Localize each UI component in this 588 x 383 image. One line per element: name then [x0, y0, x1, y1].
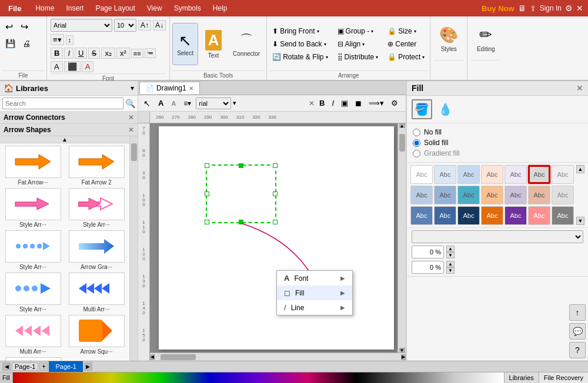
highlight-btn[interactable]: ⬛: [64, 61, 81, 72]
line-ht-btn[interactable]: ≡≡: [131, 49, 143, 58]
handle-br[interactable]: [273, 220, 278, 224]
swatch-3-6[interactable]: Abc: [528, 206, 550, 225]
context-item-fill[interactable]: ◻ Fill ▶: [277, 285, 352, 300]
rotate-flip-btn[interactable]: 🔄 Rotate & Flip ▾: [269, 51, 330, 63]
bold-btn[interactable]: B: [51, 48, 63, 59]
fill-percent-2[interactable]: [412, 261, 444, 274]
drawing-canvas[interactable]: A Font ▶ ◻ Fill ▶ / Line ▶: [150, 123, 406, 352]
shape-item-arrow-square[interactable]: Arrow Squ···: [66, 315, 127, 355]
handle-mr[interactable]: [273, 192, 278, 196]
fill-dropper-icon[interactable]: 💧: [436, 100, 455, 119]
shape-grid-scroll[interactable]: ▲ Fat Arrow···: [0, 136, 138, 361]
swatch-3-5[interactable]: Abc: [505, 206, 527, 225]
solid-fill-option[interactable]: Solid fill: [413, 137, 582, 148]
swatch-3-3[interactable]: Abc: [457, 206, 480, 225]
fmt-close-btn[interactable]: ✕: [309, 99, 315, 107]
shape-item-big-head[interactable]: Big Head ···: [2, 357, 64, 361]
no-fill-radio[interactable]: [413, 129, 420, 136]
swatch-3-2[interactable]: Abc: [434, 206, 456, 225]
tab-close-btn[interactable]: ✕: [189, 85, 193, 92]
fill-percent-1[interactable]: [412, 246, 444, 258]
fmt-font-shrink[interactable]: A: [168, 99, 179, 108]
file-recovery-tab[interactable]: File Recovery: [539, 372, 588, 383]
close-app-icon[interactable]: ✕: [576, 4, 583, 13]
swatch-w1[interactable]: Abc: [410, 165, 433, 184]
search-icon[interactable]: 🔍: [125, 99, 135, 108]
lib-scrollbar[interactable]: [129, 136, 138, 361]
swatch-2-7[interactable]: Abc: [552, 186, 574, 204]
swatch-b1[interactable]: Abc: [434, 165, 456, 184]
tab-drawing1[interactable]: 📄 Drawing1 ✕: [139, 82, 200, 94]
selected-shape[interactable]: [206, 164, 276, 223]
home-icon[interactable]: 🏠: [4, 83, 14, 93]
strikethrough-btn[interactable]: S̶: [88, 48, 100, 59]
distribute-btn[interactable]: ⣿ Distribute ▾: [335, 51, 382, 63]
center-btn[interactable]: ⊕ Center: [385, 38, 427, 50]
shape-item-style-arr3[interactable]: Style Arr···: [2, 273, 64, 313]
redo-btn[interactable]: ↪: [18, 19, 31, 34]
swatch-2-1[interactable]: Abc: [410, 186, 433, 204]
percent-up-1[interactable]: ▲: [446, 246, 455, 252]
fmt-align-btn[interactable]: ≡▾: [181, 98, 194, 109]
gradient-fill-option[interactable]: Gradient fill: [413, 148, 582, 159]
fmt-bold-btn[interactable]: B: [316, 98, 328, 109]
styles-btn[interactable]: 🎨 Styles: [434, 18, 463, 60]
menu-item-home[interactable]: Home: [29, 2, 60, 15]
font-color-btn[interactable]: A: [51, 61, 63, 72]
settings-icon[interactable]: ⚙: [565, 4, 573, 13]
italic-btn[interactable]: I: [64, 48, 74, 59]
sign-in-btn[interactable]: Sign In: [540, 4, 562, 12]
help-tool[interactable]: ?: [569, 342, 586, 358]
menu-item-view[interactable]: View: [141, 2, 168, 15]
fmt-font-select[interactable]: rial: [196, 98, 231, 109]
fmt-more-btn[interactable]: ⚙: [388, 98, 401, 109]
swatch-b2[interactable]: Abc: [457, 165, 480, 184]
handle-ml[interactable]: [205, 192, 209, 196]
swatch-2-5[interactable]: Abc: [505, 186, 527, 204]
buy-now-link[interactable]: Buy Now: [482, 4, 514, 13]
shape-item-arrow-grad[interactable]: Arrow Gra···: [66, 230, 127, 270]
swatch-p1[interactable]: Abc: [505, 165, 527, 184]
swatch-2-2[interactable]: Abc: [434, 186, 456, 204]
swatch-o1[interactable]: Abc: [481, 165, 503, 184]
fmt-font-grow[interactable]: A: [155, 98, 166, 109]
handle-bl[interactable]: [205, 220, 209, 224]
connector-tool-btn[interactable]: ⌒ Connector: [229, 23, 264, 65]
fmt-dropdown-icon[interactable]: ▾: [233, 99, 236, 107]
font-grow-btn[interactable]: A↑: [138, 20, 151, 31]
font-family-select[interactable]: Arial: [51, 19, 112, 32]
text-tool-btn[interactable]: A Text: [201, 23, 226, 65]
swatch-3-7[interactable]: Abc: [552, 206, 574, 225]
connection-point-bottom[interactable]: [239, 220, 243, 224]
shape-item-style-arr1[interactable]: Style Arr···: [2, 188, 64, 228]
font-size-select[interactable]: 10: [114, 19, 136, 32]
bring-front-btn[interactable]: ⬆ Bring Front ▾: [269, 25, 330, 37]
context-item-line[interactable]: / Line ▶: [277, 300, 352, 315]
swatch-gray2[interactable]: Abc: [552, 165, 574, 184]
send-back-btn[interactable]: ⬇ Send to Back ▾: [269, 38, 330, 50]
connection-point-top[interactable]: [239, 163, 243, 168]
percent-down-2[interactable]: ▼: [446, 267, 455, 274]
save-btn[interactable]: 💾: [2, 37, 18, 50]
line-spacing-btn[interactable]: ↕: [66, 35, 74, 45]
comment-tool[interactable]: 💬: [569, 323, 586, 340]
swatch-3-1[interactable]: Abc: [410, 206, 433, 225]
context-item-font[interactable]: A Font ▶: [277, 271, 352, 285]
no-fill-option[interactable]: No fill: [413, 127, 582, 137]
active-page-tab[interactable]: Page-1: [49, 361, 82, 372]
menu-item-help[interactable]: Help: [207, 2, 233, 15]
list-btn[interactable]: ≔: [145, 48, 156, 58]
palette-scroll-up[interactable]: ▲: [576, 165, 584, 173]
percent-up-2[interactable]: ▲: [446, 261, 455, 267]
libraries-search-input[interactable]: [2, 98, 123, 109]
libraries-tab[interactable]: Libraries: [504, 372, 539, 383]
text-color-btn[interactable]: A: [82, 61, 94, 72]
fill-close-btn[interactable]: ✕: [576, 83, 583, 93]
shape-item-fat-arrow2[interactable]: Fat Arrow 2: [66, 146, 127, 186]
close-arrow-shapes-btn[interactable]: ✕: [128, 126, 134, 134]
fmt-cursor-icon[interactable]: ↖: [141, 98, 153, 109]
swatch-2-4[interactable]: Abc: [481, 186, 503, 204]
print-btn[interactable]: 🖨: [19, 37, 34, 50]
percent-down-1[interactable]: ▼: [446, 252, 455, 258]
scroll-up-btn[interactable]: ▲: [0, 136, 129, 143]
